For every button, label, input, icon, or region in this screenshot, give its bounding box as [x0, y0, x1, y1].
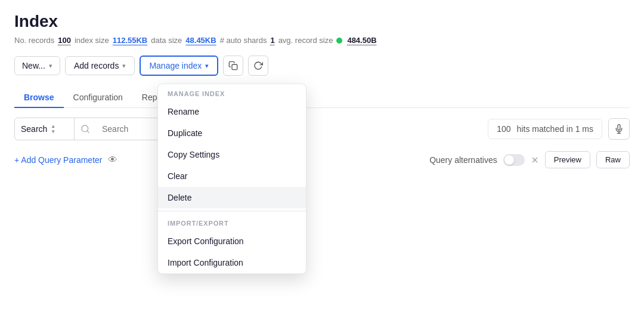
- search-label: Search: [21, 124, 47, 134]
- dropdown-divider: [158, 211, 306, 211]
- hits-text: hits matched in 1 ms: [517, 124, 593, 134]
- dropdown-item-export-config[interactable]: Export Configuration: [158, 230, 306, 252]
- import-export-section-label: IMPORT/EXPORT: [158, 214, 306, 230]
- avg-record-label: avg. record size: [278, 36, 333, 45]
- no-records-label: No. records: [14, 36, 54, 45]
- manage-index-dropdown: MANAGE INDEX Rename Duplicate Copy Setti…: [157, 84, 306, 274]
- index-size-label: index size: [75, 36, 109, 45]
- manage-index-button[interactable]: Manage index ▾: [140, 56, 218, 76]
- search-icon: [80, 124, 90, 134]
- mic-button[interactable]: [608, 118, 630, 140]
- search-down-arrow-icon[interactable]: ▼: [51, 130, 55, 134]
- tab-configuration[interactable]: Configuration: [64, 88, 132, 108]
- copy-button[interactable]: [223, 56, 243, 76]
- data-size-value: 48.45KB: [185, 36, 216, 45]
- search-row: Search ▲ ▼ 100 hits matched in 1 ms: [14, 108, 630, 147]
- query-params-row: + Add Query Parameter 👁 Query alternativ…: [14, 147, 630, 176]
- auto-shards-label: # auto shards: [220, 36, 267, 45]
- manage-index-section-label: MANAGE INDEX: [158, 84, 306, 101]
- svg-line-2: [87, 131, 89, 133]
- hits-box: 100 hits matched in 1 ms: [488, 119, 602, 139]
- dropdown-item-rename[interactable]: Rename: [158, 101, 306, 122]
- refresh-icon: [253, 61, 263, 70]
- manage-index-chevron-icon: ▾: [205, 62, 209, 70]
- search-label-area[interactable]: Search ▲ ▼: [15, 118, 75, 140]
- copy-icon: [228, 61, 238, 70]
- index-size-value: 112.55KB: [113, 36, 148, 45]
- avg-record-value: 484.50B: [347, 36, 376, 45]
- add-query-param-label: + Add Query Parameter: [14, 155, 102, 165]
- hits-count: 100: [497, 124, 510, 134]
- new-chevron-icon: ▾: [49, 62, 52, 70]
- toolbar: New... ▾ Add records ▾ Manage index ▾: [14, 56, 630, 76]
- eye-icon[interactable]: 👁: [108, 155, 117, 165]
- dropdown-item-import-config[interactable]: Import Configuration: [158, 252, 306, 273]
- green-dot-icon: [336, 38, 342, 44]
- search-up-arrow-icon[interactable]: ▲: [51, 124, 55, 129]
- tab-browse[interactable]: Browse: [14, 88, 64, 108]
- add-records-button[interactable]: Add records ▾: [65, 56, 135, 75]
- search-up-down[interactable]: ▲ ▼: [51, 124, 55, 134]
- raw-button[interactable]: Raw: [596, 151, 630, 168]
- data-size-label: data size: [151, 36, 182, 45]
- tabs-row: Browse Configuration Replicas nos: [14, 88, 630, 108]
- query-alternatives-area: Query alternatives Preview Raw: [429, 151, 630, 168]
- add-query-param-button[interactable]: + Add Query Parameter: [14, 155, 102, 165]
- dropdown-item-copy-settings[interactable]: Copy Settings: [158, 144, 306, 165]
- query-alternatives-toggle[interactable]: [503, 154, 525, 166]
- no-records-value: 100: [58, 36, 71, 45]
- auto-shards-value: 1: [270, 36, 274, 45]
- dropdown-item-duplicate[interactable]: Duplicate: [158, 122, 306, 144]
- toggle-close-icon[interactable]: [531, 156, 539, 164]
- svg-rect-0: [232, 64, 237, 70]
- refresh-button[interactable]: [248, 56, 268, 76]
- new-button[interactable]: New... ▾: [14, 56, 60, 75]
- page-title: Index: [14, 12, 630, 31]
- toggle-knob: [504, 155, 514, 165]
- preview-button[interactable]: Preview: [545, 151, 590, 168]
- stats-row: No. records 100 index size 112.55KB data…: [14, 36, 630, 45]
- search-icon-area: [75, 118, 96, 140]
- mic-icon: [614, 124, 624, 134]
- dropdown-item-delete[interactable]: Delete: [158, 187, 306, 208]
- add-records-chevron-icon: ▾: [122, 62, 126, 70]
- dropdown-item-clear[interactable]: Clear: [158, 165, 306, 187]
- query-alternatives-label: Query alternatives: [429, 155, 497, 165]
